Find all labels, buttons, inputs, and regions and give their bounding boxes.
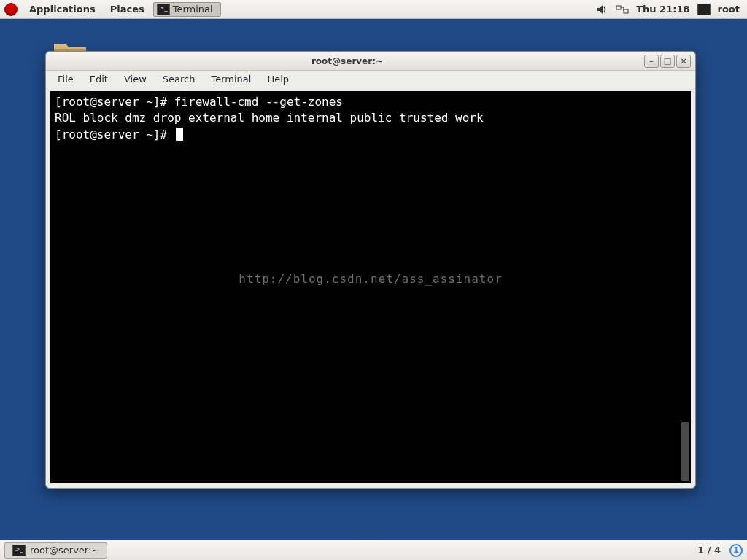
maximize-button[interactable]: □ — [660, 55, 675, 68]
menu-edit[interactable]: Edit — [82, 72, 115, 86]
window-titlebar[interactable]: root@server:~ – □ × — [46, 52, 695, 71]
terminal-line: [root@server ~]# — [55, 127, 686, 143]
network-icon[interactable] — [616, 4, 629, 15]
taskbar-terminal-button[interactable]: Terminal — [153, 2, 221, 17]
volume-icon[interactable] — [597, 4, 608, 15]
scrollbar-thumb[interactable] — [681, 422, 689, 481]
close-button[interactable]: × — [676, 55, 691, 68]
terminal-scrollbar[interactable] — [681, 93, 689, 482]
terminal-viewport[interactable]: [root@server ~]# firewall-cmd --get-zone… — [50, 91, 691, 483]
menu-view[interactable]: View — [117, 72, 154, 86]
bottom-panel: root@server:~ 1 / 4 1 — [0, 540, 747, 560]
places-menu[interactable]: Places — [104, 2, 150, 16]
menu-terminal[interactable]: Terminal — [204, 72, 258, 86]
menu-search[interactable]: Search — [155, 72, 203, 86]
taskbar-terminal-label: Terminal — [173, 4, 213, 15]
terminal-window: root@server:~ – □ × File Edit View Searc… — [45, 51, 696, 489]
terminal-icon — [157, 4, 170, 15]
distro-logo-icon — [4, 3, 18, 16]
window-title: root@server:~ — [50, 56, 644, 66]
applications-menu[interactable]: Applications — [23, 2, 101, 16]
window-controls: – □ × — [644, 55, 691, 68]
notification-icon[interactable] — [697, 4, 711, 15]
taskbar-window-button[interactable]: root@server:~ — [4, 542, 107, 559]
user-menu[interactable]: root — [718, 4, 740, 15]
terminal-cursor — [176, 128, 183, 141]
window-menubar: File Edit View Search Terminal Help — [46, 71, 695, 88]
minimize-button[interactable]: – — [644, 55, 659, 68]
terminal-line: ROL block dmz drop external home interna… — [55, 110, 686, 126]
workspace-indicator[interactable]: 1 / 4 — [697, 545, 721, 556]
workspace-switcher-icon[interactable]: 1 — [729, 544, 743, 557]
terminal-icon — [12, 545, 26, 556]
menu-help[interactable]: Help — [260, 72, 296, 86]
system-tray: Thu 21:18 root — [597, 4, 743, 15]
svg-rect-0 — [616, 6, 621, 9]
svg-rect-1 — [624, 9, 628, 13]
watermark-text: http://blog.csdn.net/ass_assinator — [239, 271, 503, 287]
menu-file[interactable]: File — [50, 72, 81, 86]
terminal-line: [root@server ~]# firewall-cmd --get-zone… — [55, 94, 686, 110]
top-panel: Applications Places Terminal Thu 21:18 r… — [0, 0, 747, 19]
clock[interactable]: Thu 21:18 — [636, 4, 689, 15]
taskbar-window-label: root@server:~ — [30, 545, 99, 556]
